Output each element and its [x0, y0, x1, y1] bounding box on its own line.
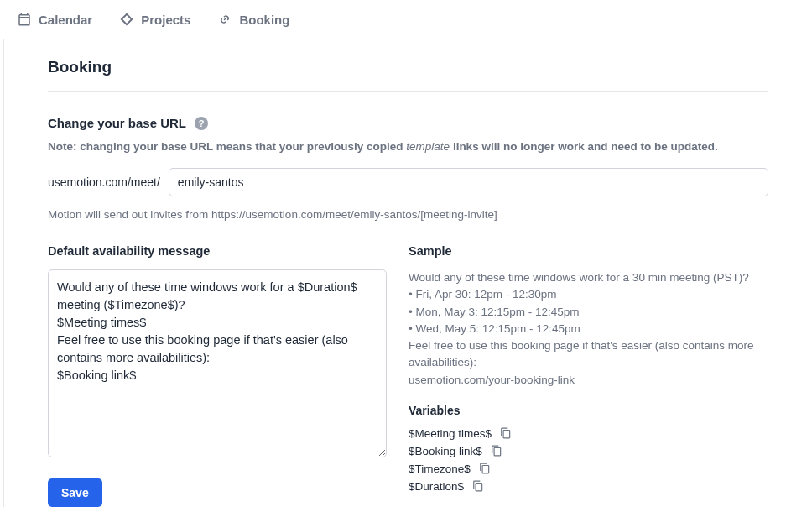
url-row: usemotion.com/meet/ [48, 168, 768, 196]
sample-line: • Wed, May 5: 12:15pm - 12:45pm [409, 321, 768, 337]
top-nav: Calendar Projects Booking [0, 0, 812, 39]
invite-info-text: Motion will send out invites from https:… [48, 208, 768, 221]
availability-heading: Default availability message [48, 244, 387, 258]
nav-calendar[interactable]: Calendar [17, 12, 92, 27]
base-url-input[interactable] [169, 168, 768, 196]
variable-name: $Timezone$ [409, 463, 471, 475]
sample-body: Would any of these time windows work for… [409, 269, 768, 389]
variable-name: $Duration$ [409, 480, 464, 493]
page-title: Booking [48, 39, 768, 92]
variable-row: $Booking link$ [409, 445, 768, 457]
url-prefix: usemotion.com/meet/ [48, 175, 160, 189]
availability-textarea[interactable] [48, 269, 387, 457]
variable-name: $Meeting times$ [409, 427, 492, 440]
availability-section: Default availability message Save Sample… [48, 244, 768, 507]
availability-right: Sample Would any of these time windows w… [409, 244, 768, 507]
copy-icon[interactable] [491, 445, 502, 457]
variable-row: $Meeting times$ [409, 427, 768, 440]
variables-heading: Variables [409, 404, 768, 417]
calendar-icon [17, 12, 32, 27]
copy-icon[interactable] [472, 480, 484, 492]
base-url-heading-text: Change your base URL [48, 116, 186, 130]
sample-line: Would any of these time windows work for… [409, 269, 768, 286]
sample-line: • Mon, May 3: 12:15pm - 12:45pm [409, 304, 768, 321]
nav-projects-label: Projects [141, 13, 190, 27]
nav-projects[interactable]: Projects [119, 12, 190, 27]
projects-icon [119, 12, 134, 27]
base-url-note: Note: changing your base URL means that … [48, 140, 768, 153]
save-button[interactable]: Save [48, 478, 102, 507]
sample-heading: Sample [409, 244, 768, 258]
sample-line: • Fri, Apr 30: 12pm - 12:30pm [409, 286, 768, 303]
sample-line: Feel free to use this booking page if th… [409, 337, 768, 372]
link-icon [217, 12, 232, 27]
nav-booking-label: Booking [239, 13, 289, 27]
copy-icon[interactable] [500, 427, 512, 439]
note-lead: Note: changing your base URL means that … [48, 140, 406, 153]
nav-booking[interactable]: Booking [217, 12, 289, 27]
copy-icon[interactable] [479, 463, 491, 474]
page-container: Booking Change your base URL ? Note: cha… [3, 39, 812, 507]
sample-line: usemotion.com/your-booking-link [409, 372, 768, 389]
variable-row: $Timezone$ [409, 463, 768, 475]
availability-left: Default availability message Save [48, 244, 387, 507]
nav-calendar-label: Calendar [39, 13, 92, 27]
note-italic: template [406, 140, 450, 153]
help-icon[interactable]: ? [195, 117, 208, 130]
base-url-heading: Change your base URL ? [48, 116, 768, 130]
variable-name: $Booking link$ [409, 445, 482, 457]
variables-list: $Meeting times$ $Booking link$ $Timezone… [409, 427, 768, 493]
note-tail: links will no longer work and need to be… [450, 140, 718, 153]
variable-row: $Duration$ [409, 480, 768, 493]
